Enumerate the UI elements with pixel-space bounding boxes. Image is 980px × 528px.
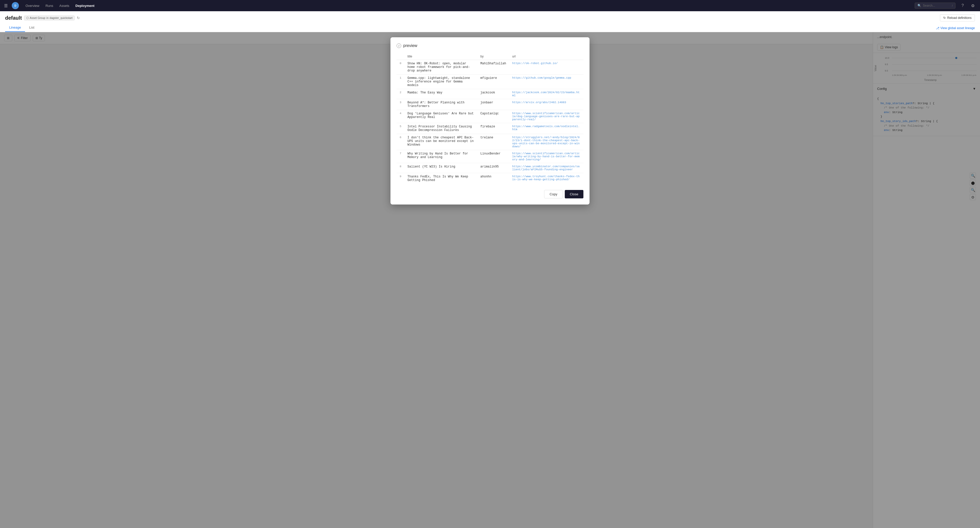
modal-overlay[interactable]: i preview title by url 0Show HN: OK-Robo…: [0, 32, 980, 528]
asset-group-label: Asset Group: [30, 16, 45, 19]
modal-title: preview: [403, 43, 417, 48]
row-index-8: 8: [396, 163, 404, 173]
row-index-0: 0: [396, 60, 404, 75]
row-by-6: trelane: [477, 134, 509, 150]
row-by-3: jonbaer: [477, 99, 509, 110]
table-row: 5Intel Processor Instability Causing Ood…: [396, 123, 584, 134]
table-row: 4Dog 'Language Geniuses' Are Rare but Ap…: [396, 110, 584, 123]
row-by-1: mfiguiere: [477, 75, 509, 89]
row-title-7: Why Writing by Hand Is Better for Memory…: [404, 150, 477, 163]
col-header-title: title: [404, 53, 477, 60]
table-row: 3Beyond A*: Better Planning with Transfo…: [396, 99, 584, 110]
nav-overview[interactable]: Overview: [23, 3, 42, 9]
copy-button[interactable]: Copy: [544, 190, 563, 198]
table-row: 7Why Writing by Hand Is Better for Memor…: [396, 150, 584, 163]
row-title-9: Thanks FedEx, This Is Why We Keep Gettin…: [404, 173, 477, 184]
row-title-5: Intel Processor Instability Causing Oodl…: [404, 123, 477, 134]
table-row: 8Salient (YC W23) Is Hiringarimalik95htt…: [396, 163, 584, 173]
row-index-4: 4: [396, 110, 404, 123]
row-url-9: https://www.troyhunt.com/thanks-fedex-th…: [509, 173, 584, 184]
row-title-1: Gemma.cpp: lightweight, standalone C++ i…: [404, 75, 477, 89]
page-header: default ⬡ Asset Group in dagster_quickst…: [0, 11, 980, 32]
row-index-3: 3: [396, 99, 404, 110]
hamburger-icon[interactable]: ☰: [4, 3, 8, 8]
col-header-url: url: [509, 53, 584, 60]
row-url-7: https://www.scientificamerican.com/artic…: [509, 150, 584, 163]
page-title: default: [5, 15, 22, 21]
nav-links: Overview Runs Assets Deployment: [23, 3, 97, 9]
reload-icon: ↻: [943, 16, 946, 20]
page-tabs: Lineage List: [5, 24, 38, 32]
row-index-5: 5: [396, 123, 404, 134]
app-logo: D: [12, 2, 19, 9]
table-row: 2Mamba: The Easy Wayjackcookhttps://jack…: [396, 89, 584, 99]
search-icon: 🔍: [918, 4, 921, 7]
col-header-index: [396, 53, 404, 60]
asset-group-icon: ⬡: [26, 16, 29, 20]
close-button[interactable]: Close: [565, 190, 584, 198]
row-title-8: Salient (YC W23) Is Hiring: [404, 163, 477, 173]
preview-modal: i preview title by url 0Show HN: OK-Robo…: [390, 37, 590, 204]
view-global-asset-lineage-link[interactable]: ⎇ View global asset lineage: [936, 26, 975, 32]
modal-info-icon: i: [396, 43, 401, 48]
tab-list[interactable]: List: [25, 24, 38, 32]
row-title-6: I don't think the cheapest APC Back-UPS …: [404, 134, 477, 150]
modal-footer: Copy Close: [396, 190, 584, 198]
asset-group-separator: in: [46, 16, 49, 19]
main-content: ⊞ ⚟ Filter ⊞ Ty ...endpoint. 📋 View logs: [0, 32, 980, 528]
row-by-7: LinuxBender: [477, 150, 509, 163]
modal-header: i preview: [396, 43, 584, 48]
search-shortcut: /: [952, 4, 953, 7]
row-by-2: jackcook: [477, 89, 509, 99]
top-nav: ☰ D Overview Runs Assets Deployment 🔍 Se…: [0, 0, 980, 11]
row-title-4: Dog 'Language Geniuses' Are Rare but App…: [404, 110, 477, 123]
row-by-5: firebaze: [477, 123, 509, 134]
row-title-0: Show HN: OK-Robot: open, modular home ro…: [404, 60, 477, 75]
table-row: 0Show HN: OK-Robot: open, modular home r…: [396, 60, 584, 75]
row-index-6: 6: [396, 134, 404, 150]
svg-text:D: D: [14, 4, 16, 7]
row-url-1: https://github.com/google/gemma.cpp: [509, 75, 584, 89]
row-index-2: 2: [396, 89, 404, 99]
table-row: 1Gemma.cpp: lightweight, standalone C++ …: [396, 75, 584, 89]
nav-deployment[interactable]: Deployment: [73, 3, 97, 9]
row-url-2: https://jackcook.com/2024/02/23/mamba.ht…: [509, 89, 584, 99]
reload-definitions-button[interactable]: ↻ Reload definitions: [940, 14, 975, 21]
row-index-1: 1: [396, 75, 404, 89]
row-url-8: https://www.ycombinator.com/companies/sa…: [509, 163, 584, 173]
row-by-4: Capstanlqc: [477, 110, 509, 123]
table-row: 9Thanks FedEx, This Is Why We Keep Getti…: [396, 173, 584, 184]
row-index-9: 9: [396, 173, 404, 184]
row-url-6: https://strugglers.net/~andy/blog/2024/0…: [509, 134, 584, 150]
row-url-3: https://arxiv.org/abs/2402.14083: [509, 99, 584, 110]
nav-assets[interactable]: Assets: [57, 3, 72, 9]
row-url-0: https://ok-robot.github.io/: [509, 60, 584, 75]
lineage-icon: ⎇: [936, 26, 939, 30]
row-url-4: https://www.scientificamerican.com/artic…: [509, 110, 584, 123]
search-placeholder: Search...: [923, 4, 935, 7]
preview-table: title by url 0Show HN: OK-Robot: open, m…: [396, 53, 584, 184]
row-index-7: 7: [396, 150, 404, 163]
row-title-2: Mamba: The Easy Way: [404, 89, 477, 99]
nav-runs[interactable]: Runs: [43, 3, 56, 9]
row-url-5: https://www.radgametools.com/oodleintel.…: [509, 123, 584, 134]
help-icon[interactable]: ?: [959, 3, 966, 9]
reload-label: Reload definitions: [947, 16, 972, 20]
tab-lineage[interactable]: Lineage: [5, 24, 25, 32]
row-by-9: ahonhn: [477, 173, 509, 184]
row-title-3: Beyond A*: Better Planning with Transfor…: [404, 99, 477, 110]
search-bar[interactable]: 🔍 Search... /: [915, 3, 956, 9]
table-row: 6I don't think the cheapest APC Back-UPS…: [396, 134, 584, 150]
col-header-by: by: [477, 53, 509, 60]
asset-group-repo: dagster_quickstart: [49, 16, 73, 19]
row-by-8: arimalik95: [477, 163, 509, 173]
row-by-0: MahiShafiullah: [477, 60, 509, 75]
asset-group-badge: ⬡ Asset Group in dagster_quickstart: [24, 16, 75, 21]
view-global-label: View global asset lineage: [940, 26, 975, 30]
settings-icon[interactable]: ⚙: [970, 3, 976, 9]
refresh-icon[interactable]: ↻: [77, 16, 80, 20]
